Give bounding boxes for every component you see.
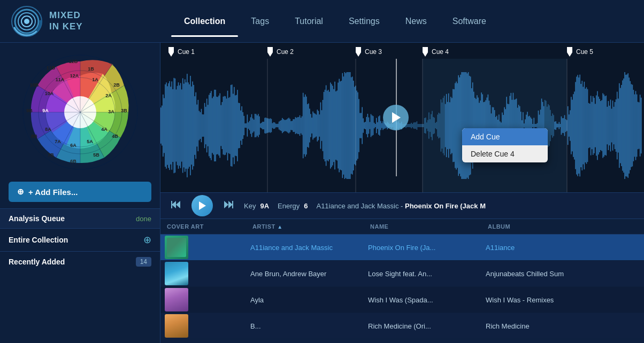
svg-rect-80 — [190, 76, 191, 175]
add-files-plus-icon: ⊕ — [17, 187, 24, 197]
header: MIXED IN KEY Collection Tags Tutorial Se… — [0, 0, 644, 43]
svg-rect-180 — [300, 115, 301, 136]
svg-rect-465 — [611, 108, 612, 142]
track-name-3: Rich Medicine (Ori... — [364, 322, 481, 330]
energy-value: 6 — [304, 202, 308, 210]
svg-rect-216 — [339, 79, 340, 173]
svg-rect-222 — [346, 73, 347, 178]
svg-rect-75 — [185, 79, 186, 172]
svg-rect-78 — [188, 82, 189, 168]
tab-collection[interactable]: Collection — [171, 12, 238, 30]
svg-rect-155 — [272, 123, 273, 128]
svg-rect-486 — [634, 95, 635, 157]
svg-rect-95 — [206, 99, 208, 153]
cue-marker-1: Cue 1 — [168, 47, 195, 57]
entire-collection-add-icon[interactable]: ⊕ — [143, 234, 151, 246]
logo-area: MIXED IN KEY — [11, 5, 171, 37]
svg-text:9A: 9A — [42, 108, 49, 113]
energy-label: Energy — [278, 202, 300, 210]
track-name-0: Phoenix On Fire (Ja... — [364, 244, 481, 252]
svg-rect-463 — [609, 106, 610, 145]
svg-rect-200 — [321, 110, 323, 141]
skip-forward-button[interactable] — [221, 198, 235, 214]
svg-rect-165 — [283, 119, 284, 132]
svg-rect-244 — [370, 122, 371, 129]
tab-software[interactable]: Software — [440, 12, 499, 30]
svg-rect-230 — [354, 87, 355, 164]
context-menu-delete-cue[interactable]: Delete Cue 4 — [462, 145, 548, 162]
svg-rect-238 — [363, 118, 364, 132]
svg-rect-460 — [606, 96, 607, 155]
track-row[interactable]: Ayla Wish I Was (Spada... Wish I Was - R… — [160, 287, 644, 313]
svg-rect-142 — [258, 114, 259, 137]
svg-rect-491 — [640, 95, 641, 157]
svg-rect-289 — [419, 124, 420, 127]
track-row[interactable]: Ane Brun, Andrew Bayer Lose Sight feat. … — [160, 261, 644, 287]
svg-rect-138 — [254, 120, 255, 131]
svg-rect-505 — [232, 201, 233, 208]
svg-rect-191 — [311, 118, 312, 134]
sort-arrow-icon: ▲ — [277, 224, 282, 230]
svg-marker-52 — [567, 47, 572, 57]
svg-rect-110 — [223, 97, 224, 154]
svg-rect-59 — [167, 86, 168, 165]
waveform-play-button[interactable] — [383, 105, 409, 130]
svg-rect-77 — [187, 74, 188, 177]
key-wheel[interactable]: 1B 2B 3B 4B 5B 6B 7B 8B 9B 10B 11B 12B 1… — [21, 53, 139, 171]
svg-rect-209 — [331, 84, 332, 167]
svg-rect-426 — [569, 114, 570, 137]
svg-rect-437 — [580, 84, 581, 167]
logo-icon — [11, 5, 43, 37]
tab-settings[interactable]: Settings — [336, 12, 393, 30]
svg-rect-68 — [177, 86, 178, 165]
track-artist: A11iance and Jack Massic — [316, 202, 398, 210]
svg-rect-442 — [586, 87, 587, 163]
svg-text:12A: 12A — [70, 73, 79, 79]
entire-collection-row[interactable]: Entire Collection ⊕ — [0, 229, 160, 251]
svg-rect-484 — [632, 85, 633, 167]
svg-rect-104 — [216, 97, 217, 154]
svg-rect-74 — [183, 84, 185, 168]
svg-rect-89 — [200, 112, 201, 139]
context-menu-add-cue[interactable]: Add Cue — [462, 128, 548, 145]
svg-rect-154 — [271, 119, 272, 132]
skip-back-button[interactable] — [169, 198, 183, 214]
tab-news[interactable]: News — [393, 12, 440, 30]
svg-rect-132 — [247, 114, 248, 136]
svg-rect-474 — [621, 85, 622, 166]
svg-rect-98 — [210, 93, 211, 158]
svg-rect-85 — [195, 92, 196, 159]
svg-rect-115 — [228, 98, 229, 153]
svg-rect-128 — [242, 112, 243, 139]
svg-marker-502 — [199, 201, 206, 210]
track-album-2: Wish I Was - Remixes — [481, 296, 599, 304]
svg-rect-113 — [226, 98, 227, 152]
svg-rect-253 — [379, 115, 380, 136]
tab-tags[interactable]: Tags — [238, 12, 282, 30]
svg-rect-490 — [639, 102, 640, 149]
svg-rect-234 — [358, 99, 359, 152]
svg-rect-242 — [367, 114, 369, 137]
svg-marker-50 — [356, 47, 361, 57]
svg-rect-248 — [374, 123, 375, 129]
recently-added-row[interactable]: Recently Added 14 — [0, 252, 160, 272]
svg-rect-196 — [317, 110, 318, 142]
svg-rect-239 — [364, 122, 365, 129]
svg-marker-498 — [392, 112, 401, 123]
svg-rect-182 — [302, 116, 303, 135]
svg-rect-108 — [221, 105, 222, 146]
svg-rect-100 — [212, 98, 213, 153]
track-row[interactable]: A11iance and Jack Massic Phoenix On Fire… — [160, 235, 644, 261]
svg-rect-172 — [290, 121, 292, 130]
svg-rect-452 — [597, 91, 598, 160]
play-button[interactable] — [191, 195, 213, 216]
track-row[interactable]: B... Rich Medicine (Ori... Rich Medicine — [160, 313, 644, 339]
svg-text:3B: 3B — [121, 108, 127, 113]
svg-rect-56 — [164, 98, 165, 153]
tab-tutorial[interactable]: Tutorial — [282, 12, 336, 30]
svg-rect-178 — [297, 117, 298, 134]
add-files-button[interactable]: ⊕ + Add Files... — [9, 182, 151, 202]
svg-rect-443 — [587, 89, 588, 162]
svg-rect-73 — [182, 79, 183, 173]
waveform-area[interactable]: Cue 1 Cue 2 Cue 3 Cue 4 Cue 5 — [160, 43, 644, 192]
